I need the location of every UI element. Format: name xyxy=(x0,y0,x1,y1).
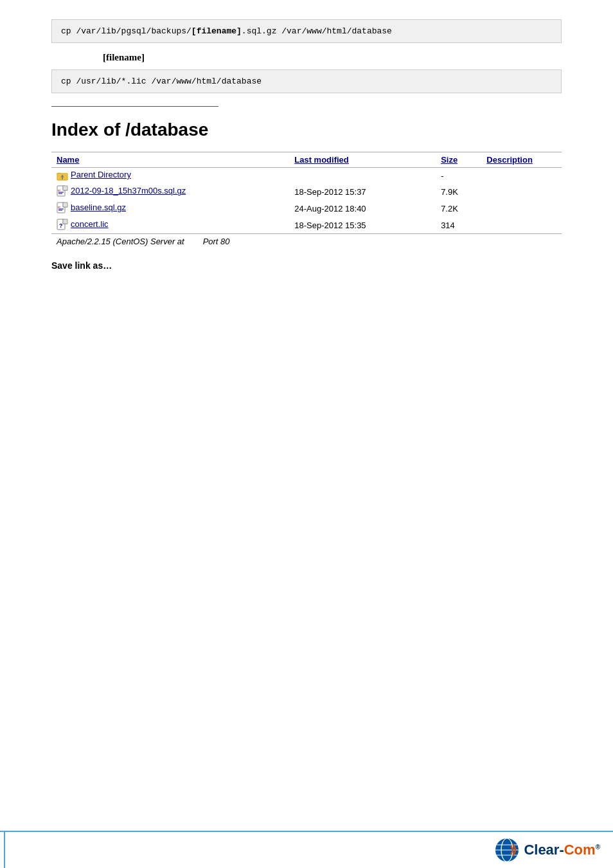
file-modified-cell: 24-Aug-2012 18:40 xyxy=(289,200,436,217)
col-modified-header: Last modified xyxy=(289,152,436,168)
table-row: ? concert.lic18-Sep-2012 15:35314 xyxy=(51,217,562,234)
file-desc-cell xyxy=(481,183,562,200)
code-block-1: cp /var/lib/pgsql/backups/[filename].sql… xyxy=(51,19,562,43)
size-sort-link[interactable]: Size xyxy=(441,155,458,165)
file-size-cell: 314 xyxy=(436,217,481,234)
file-modified-cell: 18-Sep-2012 15:37 xyxy=(289,183,436,200)
file-size-cell: 7.9K xyxy=(436,183,481,200)
code-text-suffix: .sql.gz /var/www/html/database xyxy=(242,26,392,36)
footer-brand-text: Clear-Com® xyxy=(524,842,600,858)
svg-rect-3 xyxy=(63,186,67,190)
file-desc-cell xyxy=(481,168,562,184)
table-row: gz 2012-09-18_15h37m00s.sql.gz18-Sep-201… xyxy=(51,183,562,200)
file-desc-cell xyxy=(481,200,562,217)
file-desc-cell xyxy=(481,217,562,234)
table-row: gz baseline.sql.gz24-Aug-2012 18:407.2K xyxy=(51,200,562,217)
divider xyxy=(51,106,218,107)
file-table: Name Last modified Size Description xyxy=(51,152,562,249)
gz-file-icon: gz xyxy=(57,202,68,215)
svg-text:?: ? xyxy=(59,222,63,229)
clear-com-icon xyxy=(494,837,520,863)
svg-rect-8 xyxy=(63,203,67,207)
file-size-cell: 7.2K xyxy=(436,200,481,217)
col-size-header: Size xyxy=(436,152,481,168)
code-text-2: cp /usr/lib/*.lic /var/www/html/database xyxy=(61,77,262,86)
footer: Clear-Com® xyxy=(0,831,613,868)
table-header-row: Name Last modified Size Description xyxy=(51,152,562,168)
file-link[interactable]: gz baseline.sql.gz xyxy=(57,203,126,212)
code-text-prefix: cp /var/lib/pgsql/backups/ xyxy=(61,26,191,36)
svg-rect-13 xyxy=(63,219,67,224)
file-link[interactable]: gz 2012-09-18_15h37m00s.sql.gz xyxy=(57,186,186,195)
file-name-cell: gz baseline.sql.gz xyxy=(51,200,289,217)
file-modified-cell: 18-Sep-2012 15:35 xyxy=(289,217,436,234)
name-sort-link[interactable]: Name xyxy=(57,155,79,165)
file-name-cell: ? concert.lic xyxy=(51,217,289,234)
page-title: Index of /database xyxy=(51,120,562,140)
file-link[interactable]: Parent Directory xyxy=(57,170,131,179)
save-link-label: Save link as… xyxy=(51,260,562,271)
server-info: Apache/2.2.15 (CentOS) Server at Port 80 xyxy=(51,234,436,249)
file-name-cell: gz 2012-09-18_15h37m00s.sql.gz xyxy=(51,183,289,200)
code-text-bold: [filename] xyxy=(191,26,242,36)
code-block-2: cp /usr/lib/*.lic /var/www/html/database xyxy=(51,69,562,93)
svg-text:gz: gz xyxy=(58,188,60,192)
index-section: Index of /database Name Last modified Si… xyxy=(51,120,562,271)
unknown-file-icon: ? xyxy=(57,219,68,231)
placeholder-label: [filename] xyxy=(103,52,562,63)
col-desc-header: Description xyxy=(481,152,562,168)
file-size-cell: - xyxy=(436,168,481,184)
svg-text:gz: gz xyxy=(58,205,60,208)
footer-logo: Clear-Com® xyxy=(494,837,600,863)
col-name-header: Name xyxy=(51,152,289,168)
gz-file-icon: gz xyxy=(57,185,68,198)
modified-sort-link[interactable]: Last modified xyxy=(294,155,349,165)
table-footer-row: Apache/2.2.15 (CentOS) Server at Port 80 xyxy=(51,234,562,249)
footer-left-accent xyxy=(0,831,5,868)
desc-sort-link[interactable]: Description xyxy=(486,155,533,165)
table-row: Parent Directory- xyxy=(51,168,562,184)
file-modified-cell xyxy=(289,168,436,184)
file-name-cell: Parent Directory xyxy=(51,168,289,184)
file-link[interactable]: ? concert.lic xyxy=(57,219,109,229)
folder-up-icon xyxy=(57,170,68,181)
